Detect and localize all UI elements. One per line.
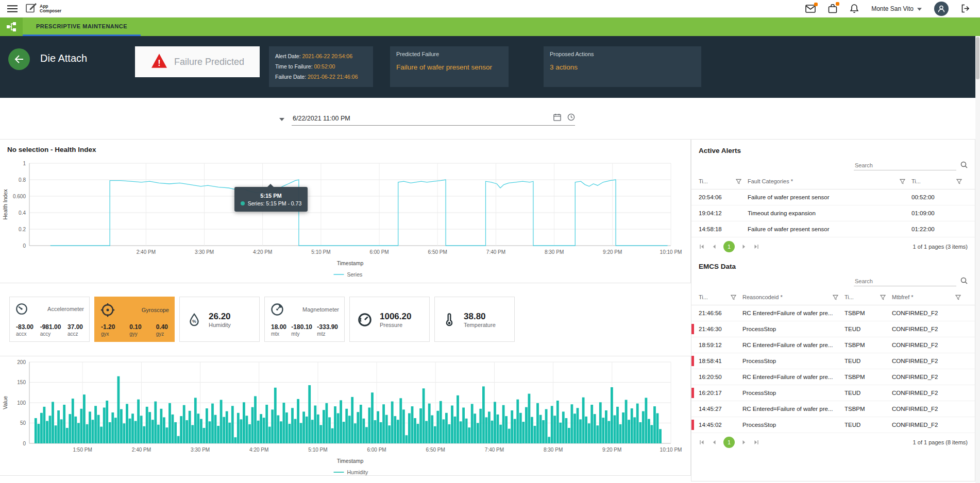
next-page-button[interactable]: [741, 244, 747, 250]
table-cell: CONFIRMED_F2: [892, 310, 967, 316]
column-header[interactable]: Mtbfref *: [892, 294, 967, 300]
last-page-button[interactable]: [753, 439, 759, 445]
current-page-button[interactable]: 1: [723, 437, 735, 448]
search-icon[interactable]: [960, 277, 968, 286]
page-title: Die Attach: [40, 53, 98, 64]
table-cell: CONFIRMED_F2: [892, 342, 967, 348]
svg-text:9:20 PM: 9:20 PM: [602, 447, 621, 453]
table-cell: 00:52:00: [911, 194, 968, 200]
filter-icon[interactable]: [900, 179, 905, 184]
menu-icon[interactable]: [7, 5, 18, 12]
back-button[interactable]: [8, 48, 30, 70]
table-cell: Timeout during expansion: [748, 210, 911, 216]
sensor-values: 18.00mtx-180.10mty-333.90mtz: [270, 323, 339, 337]
table-cell: 21:46:56: [699, 310, 742, 316]
datetime-picker[interactable]: [292, 113, 575, 126]
emcs-search-input[interactable]: [854, 277, 956, 286]
bag-icon[interactable]: [828, 4, 837, 13]
column-header-label: Ti...: [911, 178, 921, 184]
column-header[interactable]: Ti...: [911, 178, 968, 184]
svg-text:10:10 PM: 10:10 PM: [660, 249, 682, 255]
table-row[interactable]: 14:58:18Failure of wafer present sensor0…: [691, 221, 975, 237]
mail-icon[interactable]: [805, 5, 816, 13]
filter-icon[interactable]: [731, 295, 736, 300]
search-icon[interactable]: [960, 161, 968, 170]
column-header[interactable]: Reasoncodeid *: [742, 294, 844, 300]
svg-text:Series: Series: [347, 271, 363, 278]
column-header[interactable]: Ti...: [699, 294, 742, 300]
filter-icon[interactable]: [956, 179, 962, 184]
table-cell: TEUD: [844, 422, 892, 428]
tab-label: PRESCRIPTIVE MAINTENANCE: [36, 23, 127, 29]
table-row[interactable]: 16:20:17ProcessStopTEUDCONFIRMED_F2: [691, 385, 975, 401]
current-page-button[interactable]: 1: [723, 241, 735, 252]
column-header[interactable]: Ti...: [844, 294, 892, 300]
prev-page-button[interactable]: [711, 439, 717, 445]
tab-prescriptive-maintenance[interactable]: PRESCRIPTIVE MAINTENANCE: [23, 18, 141, 36]
filter-icon[interactable]: [736, 179, 741, 184]
column-header[interactable]: Fault Categories *: [748, 178, 911, 184]
active-alerts-search-input[interactable]: [854, 161, 956, 170]
table-cell: TSBPM: [844, 310, 892, 316]
logo-icon: [26, 3, 37, 15]
table-row[interactable]: 20:54:06Failure of wafer present sensor0…: [691, 189, 975, 205]
column-header-label: Ti...: [699, 178, 708, 184]
column-header[interactable]: Ti...: [699, 178, 748, 184]
table-row[interactable]: 21:46:56RC Entered=Failure of wafer pre.…: [691, 305, 975, 321]
filter-icon[interactable]: [955, 295, 961, 300]
next-page-button[interactable]: [741, 439, 747, 445]
hierarchy-tree-icon[interactable]: [0, 18, 23, 36]
svg-text:6:00 PM: 6:00 PM: [367, 447, 386, 453]
datetime-input[interactable]: [292, 114, 547, 123]
svg-text:0.4: 0.4: [19, 210, 26, 216]
filter-icon[interactable]: [833, 295, 838, 300]
dropdown-chevron-icon[interactable]: [277, 116, 286, 123]
svg-text:6:00 PM: 6:00 PM: [369, 249, 388, 255]
notifications-bell-icon[interactable]: [850, 4, 859, 13]
table-row[interactable]: 19:04:12Timeout during expansion01:09:00: [691, 205, 975, 221]
first-page-button[interactable]: [699, 244, 705, 250]
table-row[interactable]: 18:59:12RC Entered=Failure of wafer pre.…: [691, 337, 975, 353]
health-index-chart[interactable]: 00.20.40.6000.812:40 PM3:30 PM4:20 PM5:1…: [0, 157, 691, 283]
svg-text:4:20 PM: 4:20 PM: [249, 447, 268, 453]
table-header-row: Ti...Fault Categories *Ti...: [691, 174, 975, 189]
location-selector[interactable]: Monte San Vito: [871, 5, 922, 12]
table-row[interactable]: 14:45:02ProcessStopTEUDCONFIRMED_F2: [691, 417, 975, 433]
sensor-value: -1.20gyx: [101, 323, 115, 337]
gyroscope-icon: [100, 302, 115, 318]
table-cell: RC Entered=Failure of wafer pre...: [742, 310, 844, 316]
pagination-info: 1 of 1 pages (3 items): [913, 244, 968, 250]
sensor-card-pressure[interactable]: 1006.20Pressure: [349, 297, 430, 342]
sensor-card-accelerometer[interactable]: Accelerometer-83.00accx-981.00accy37.00a…: [9, 297, 90, 342]
filter-icon[interactable]: [880, 295, 886, 300]
table-row[interactable]: 21:46:30ProcessStopTEUDCONFIRMED_F2: [691, 321, 975, 337]
right-panel: Active Alerts Ti...Fault Categories *Ti.…: [691, 139, 975, 481]
scrollbar-thumb[interactable]: [976, 37, 979, 79]
table-cell: 19:04:12: [699, 210, 748, 216]
sensor-card-gyroscope[interactable]: Gyroscope-1.20gyx0.10gyy0.40gyz: [94, 297, 175, 342]
svg-text:0.600: 0.600: [13, 194, 26, 199]
svg-text:1: 1: [23, 161, 26, 166]
svg-text:6:50 PM: 6:50 PM: [426, 447, 445, 453]
table-row[interactable]: 16:20:50RC Entered=Failure of wafer pre.…: [691, 369, 975, 385]
sensor-card-magnetometer[interactable]: Magnetometer18.00mtx-180.10mty-333.90mtz: [264, 297, 345, 342]
logout-icon[interactable]: [961, 4, 971, 13]
avatar[interactable]: [934, 2, 949, 16]
proposed-actions-value[interactable]: 3 actions: [550, 63, 695, 71]
table-row[interactable]: 14:45:27RC Entered=Failure of wafer pre.…: [691, 401, 975, 417]
table-cell: 16:20:17: [699, 390, 742, 396]
active-alerts-pagination: 1 1 of 1 pages (3 items): [691, 237, 975, 255]
table-cell: TEUD: [844, 390, 892, 396]
clock-icon[interactable]: [567, 113, 575, 123]
table-row[interactable]: 18:58:41ProcessStopTEUDCONFIRMED_F2: [691, 353, 975, 369]
sensor-card-temperature[interactable]: 38.80Temperature: [434, 297, 515, 342]
humidity-chart[interactable]: 0501001502001:50 PM2:40 PM3:30 PM4:20 PM…: [0, 357, 691, 478]
proposed-actions-card[interactable]: Proposed Actions 3 actions: [544, 46, 701, 87]
page-scrollbar[interactable]: [975, 36, 980, 483]
prev-page-button[interactable]: [711, 244, 717, 250]
first-page-button[interactable]: [699, 439, 705, 445]
sensor-values: -83.00accx-981.00accy37.00accz: [15, 323, 84, 337]
last-page-button[interactable]: [753, 244, 759, 250]
calendar-icon[interactable]: [553, 113, 561, 123]
sensor-card-humidity[interactable]: %26.20Humidity: [179, 297, 260, 342]
